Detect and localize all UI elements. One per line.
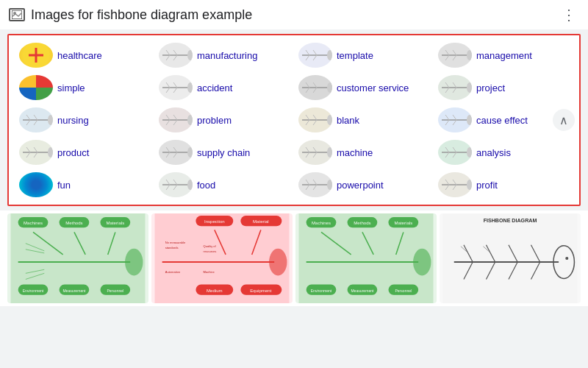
tag-label-nursing: nursing bbox=[57, 115, 89, 126]
tag-item-nursing[interactable]: nursing bbox=[16, 106, 153, 134]
tag-thumb-management bbox=[438, 43, 472, 68]
tag-thumb-project bbox=[438, 75, 472, 100]
svg-point-40 bbox=[467, 82, 472, 93]
svg-line-24 bbox=[166, 82, 170, 88]
tag-item-management[interactable]: management bbox=[435, 41, 572, 69]
svg-line-26 bbox=[166, 88, 170, 93]
svg-line-80 bbox=[306, 152, 309, 158]
tag-thumb-food bbox=[159, 172, 193, 197]
tag-item-template[interactable]: template bbox=[295, 41, 432, 69]
tag-thumb-customerservice bbox=[298, 75, 332, 100]
svg-line-66 bbox=[26, 147, 30, 152]
svg-point-22 bbox=[467, 50, 472, 60]
svg-point-46 bbox=[48, 115, 53, 125]
svg-line-48 bbox=[166, 115, 170, 120]
tag-thumb-powerpoint bbox=[298, 172, 332, 197]
tag-item-profit[interactable]: profit bbox=[435, 171, 572, 199]
tag-thumb-manufacturing bbox=[159, 43, 193, 68]
svg-line-27 bbox=[173, 88, 177, 93]
svg-text:Inspection: Inspection bbox=[204, 219, 225, 224]
svg-line-32 bbox=[306, 88, 309, 93]
tag-label-machine: machine bbox=[337, 147, 373, 158]
tags-section: healthcare manufacturing template bbox=[7, 34, 581, 206]
svg-line-20 bbox=[445, 55, 449, 60]
tag-item-simple[interactable]: simple bbox=[16, 74, 153, 102]
svg-point-135 bbox=[269, 249, 287, 276]
svg-text:Personnel: Personnel bbox=[107, 289, 123, 293]
svg-line-93 bbox=[173, 185, 177, 190]
svg-text:Environment: Environment bbox=[311, 289, 332, 293]
svg-line-85 bbox=[453, 147, 456, 152]
svg-line-31 bbox=[313, 82, 317, 88]
svg-point-10 bbox=[187, 50, 193, 60]
svg-line-45 bbox=[34, 120, 37, 125]
image-fishbone-1[interactable]: Machines Methods Materials Environment M… bbox=[7, 213, 148, 303]
tag-label-product: product bbox=[57, 147, 89, 158]
svg-point-82 bbox=[327, 147, 332, 158]
tag-label-food: food bbox=[197, 180, 215, 191]
svg-line-99 bbox=[313, 185, 317, 190]
tag-item-supplychain[interactable]: supply chain bbox=[156, 138, 293, 166]
svg-text:Automation: Automation bbox=[165, 270, 180, 274]
svg-line-91 bbox=[173, 180, 177, 185]
tag-item-customerservice[interactable]: customer service bbox=[295, 74, 432, 102]
tag-item-blank[interactable]: blank bbox=[295, 106, 432, 134]
svg-line-18 bbox=[445, 50, 449, 55]
svg-line-68 bbox=[26, 152, 30, 158]
tag-item-machine[interactable]: machine bbox=[295, 138, 432, 166]
tag-item-fun[interactable]: fun bbox=[16, 171, 153, 199]
tag-thumb-supplychain bbox=[159, 140, 193, 165]
collapse-button[interactable]: ∧ bbox=[553, 109, 575, 131]
image-fishbone-2[interactable]: Inspection Material Medium Equipment No … bbox=[151, 213, 293, 303]
svg-point-52 bbox=[187, 115, 193, 125]
tag-thumb-machine bbox=[298, 140, 332, 165]
tag-label-customerservice: customer service bbox=[337, 82, 409, 93]
tag-thumb-simple bbox=[19, 75, 53, 100]
svg-point-156 bbox=[413, 249, 431, 276]
tag-item-problem[interactable]: problem bbox=[156, 106, 293, 134]
svg-text:FISHBONE DIAGRAM: FISHBONE DIAGRAM bbox=[484, 218, 537, 224]
svg-line-12 bbox=[306, 50, 309, 55]
svg-line-21 bbox=[453, 55, 456, 60]
svg-line-96 bbox=[306, 180, 309, 185]
svg-line-8 bbox=[166, 55, 170, 60]
tag-item-manufacturing[interactable]: manufacturing bbox=[156, 41, 293, 69]
tag-item-powerpoint[interactable]: powerpoint bbox=[295, 171, 432, 199]
svg-line-63 bbox=[453, 120, 456, 125]
svg-line-54 bbox=[306, 115, 309, 120]
image-fishbone-3[interactable]: Machines Methods Materials Environment M… bbox=[295, 213, 437, 303]
tag-thumb-fun bbox=[19, 172, 53, 197]
tag-item-product[interactable]: product bbox=[16, 138, 153, 166]
tag-label-causeeffect: cause effect bbox=[476, 115, 528, 126]
image-fishbone-4[interactable]: FISHBONE DIAGRAM bbox=[440, 213, 581, 303]
svg-text:Materials: Materials bbox=[394, 220, 412, 225]
tag-label-powerpoint: powerpoint bbox=[337, 180, 384, 191]
svg-line-6 bbox=[166, 50, 170, 55]
svg-point-76 bbox=[187, 147, 193, 158]
svg-line-56 bbox=[306, 120, 309, 125]
svg-line-36 bbox=[445, 82, 449, 88]
tag-thumb-problem bbox=[159, 107, 193, 132]
svg-line-79 bbox=[313, 147, 317, 152]
svg-line-62 bbox=[445, 120, 449, 125]
tag-item-healthcare[interactable]: healthcare bbox=[16, 41, 153, 69]
tag-item-analysis[interactable]: analysis bbox=[435, 138, 572, 166]
tag-label-supplychain: supply chain bbox=[197, 147, 250, 158]
svg-line-98 bbox=[306, 185, 309, 190]
svg-point-106 bbox=[467, 180, 472, 190]
svg-point-70 bbox=[48, 147, 53, 158]
svg-text:Personnel: Personnel bbox=[395, 289, 412, 293]
tag-item-project[interactable]: project bbox=[435, 74, 572, 102]
svg-line-60 bbox=[445, 115, 449, 120]
svg-line-102 bbox=[445, 180, 449, 185]
more-options-button[interactable]: ⋮ bbox=[559, 6, 579, 24]
svg-text:Quality of: Quality of bbox=[204, 244, 217, 248]
header: Images for fishbone diagram example ⋮ bbox=[0, 0, 588, 29]
tag-item-food[interactable]: food bbox=[156, 171, 293, 199]
tag-item-accident[interactable]: accident bbox=[156, 74, 293, 102]
tag-thumb-template bbox=[298, 43, 332, 68]
svg-text:Material: Material bbox=[253, 219, 269, 224]
tag-thumb-blank bbox=[298, 107, 332, 132]
tag-item-causeeffect[interactable]: cause effect bbox=[435, 106, 572, 134]
svg-point-94 bbox=[187, 180, 193, 190]
